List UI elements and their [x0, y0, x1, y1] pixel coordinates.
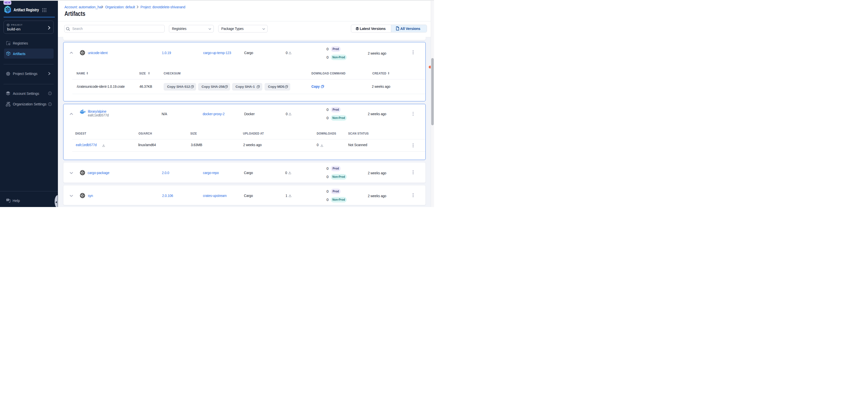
svg-text:?: ?: [7, 199, 8, 201]
